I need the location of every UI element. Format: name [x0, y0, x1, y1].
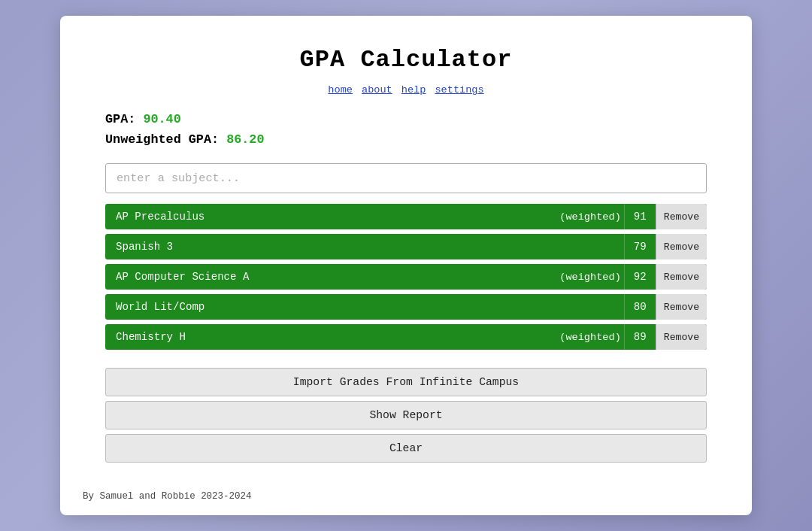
- show-report-button[interactable]: Show Report: [105, 401, 707, 429]
- remove-subject-button[interactable]: Remove: [656, 234, 707, 259]
- import-button[interactable]: Import Grades From Infinite Campus: [105, 368, 707, 396]
- subject-score-input[interactable]: [624, 234, 656, 259]
- page-title: GPA Calculator: [105, 46, 707, 74]
- subjects-list: AP Precalculus(weighted)RemoveSpanish 3R…: [105, 204, 707, 350]
- subject-score-input[interactable]: [624, 294, 656, 320]
- nav-link-home[interactable]: home: [328, 84, 353, 96]
- gpa-value: 90.40: [143, 112, 180, 126]
- subject-name: Spanish 3: [105, 241, 241, 253]
- subject-weighted-label: (weighted): [259, 272, 623, 283]
- nav-links: homeabouthelpsettings: [105, 84, 707, 96]
- subject-score-input[interactable]: [624, 324, 656, 350]
- subject-row: AP Computer Science A(weighted)Remove: [105, 264, 707, 290]
- subject-row: Chemistry H(weighted)Remove: [105, 324, 707, 350]
- gpa-display: GPA: 90.40: [105, 112, 707, 126]
- subject-name: AP Precalculus: [105, 211, 241, 223]
- nav-link-settings[interactable]: settings: [435, 84, 483, 96]
- subject-score-input[interactable]: [624, 204, 656, 229]
- remove-subject-button[interactable]: Remove: [656, 204, 707, 229]
- subject-score-input[interactable]: [624, 264, 656, 290]
- remove-subject-button[interactable]: Remove: [656, 324, 707, 350]
- subject-row: AP Precalculus(weighted)Remove: [105, 204, 707, 229]
- clear-button[interactable]: Clear: [105, 434, 707, 463]
- main-window: GPA Calculator homeabouthelpsettings GPA…: [60, 16, 752, 515]
- unweighted-gpa-display: Unweighted GPA: 86.20: [105, 132, 707, 147]
- action-buttons: Import Grades From Infinite Campus Show …: [105, 368, 707, 463]
- remove-subject-button[interactable]: Remove: [656, 264, 707, 290]
- subject-weighted-label: (weighted): [241, 332, 624, 343]
- nav-link-about[interactable]: about: [362, 84, 392, 96]
- subject-name: AP Computer Science A: [105, 271, 259, 283]
- unweighted-gpa-label: Unweighted GPA:: [105, 132, 219, 147]
- footer-text: By Samuel and Robbie 2023-2024: [83, 491, 251, 502]
- subject-weighted-label: (weighted): [241, 211, 624, 223]
- subject-name: World Lit/Comp: [105, 301, 241, 313]
- subject-row: Spanish 3Remove: [105, 234, 707, 259]
- remove-subject-button[interactable]: Remove: [656, 294, 707, 320]
- subject-input[interactable]: [105, 163, 707, 193]
- unweighted-gpa-value: 86.20: [226, 132, 264, 147]
- nav-link-help[interactable]: help: [401, 84, 426, 96]
- subject-row: World Lit/CompRemove: [105, 294, 707, 320]
- subject-name: Chemistry H: [105, 331, 241, 343]
- gpa-label: GPA:: [105, 112, 135, 126]
